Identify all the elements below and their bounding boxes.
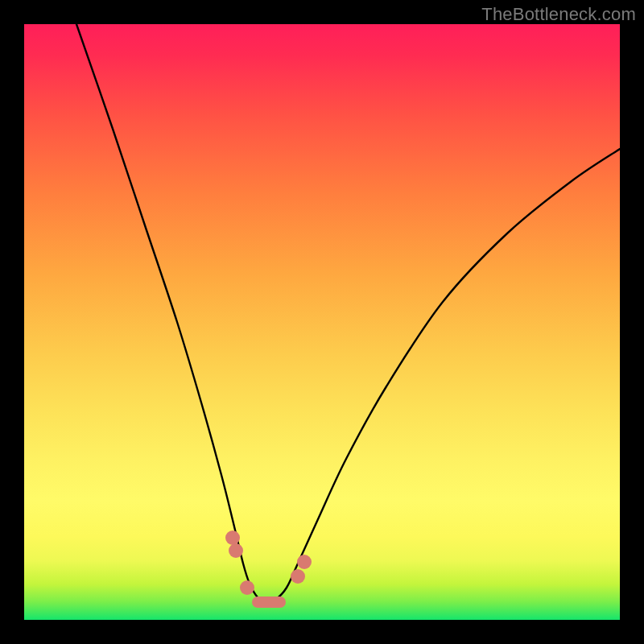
marker-dots: [225, 530, 312, 595]
bottleneck-curve: [76, 24, 620, 602]
chart-frame: TheBottleneck.com: [0, 0, 644, 644]
marker-trough-band: [252, 597, 286, 608]
curve-svg: [24, 24, 620, 620]
marker-dot: [297, 555, 312, 569]
marker-dot: [225, 530, 240, 545]
watermark-text: TheBottleneck.com: [481, 4, 636, 25]
marker-dot: [229, 543, 243, 558]
marker-dot: [240, 580, 254, 595]
marker-dot: [291, 569, 305, 584]
plot-area: [24, 24, 620, 620]
